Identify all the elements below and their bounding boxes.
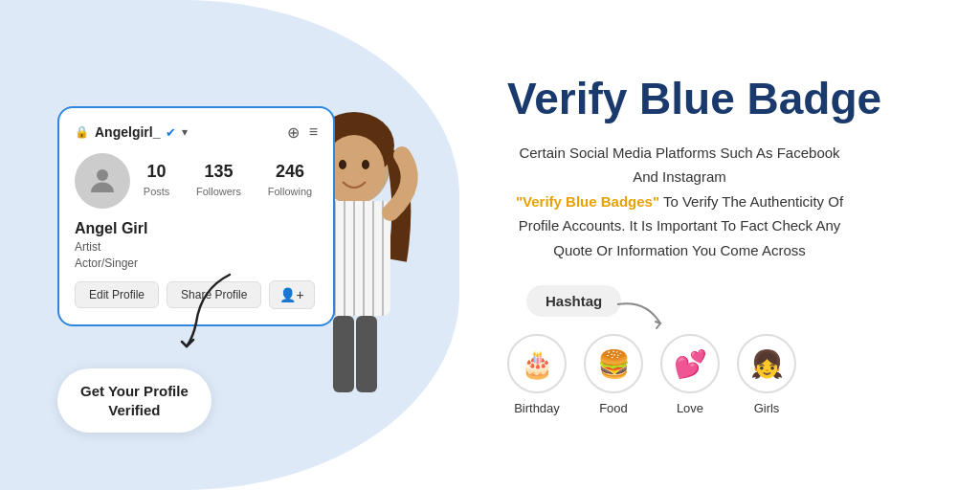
- love-circle: 💕: [660, 334, 720, 393]
- food-label: Food: [599, 401, 628, 415]
- hashtag-arrow: [612, 295, 670, 343]
- page-title: Verify Blue Badge: [507, 75, 932, 123]
- food-emoji: 🍔: [597, 348, 631, 380]
- posts-label: Posts: [144, 186, 170, 197]
- birthday-circle: 🎂: [507, 334, 567, 393]
- desc-part1: Certain Social Media Platforms Such As F…: [519, 145, 839, 186]
- categories-row: 🎂 Birthday 🍔 Food 💕 Love 👧 Gi: [507, 334, 932, 415]
- left-panel: 🔒 Angelgirl_ ✔ ▾ ⊕ ≡ 10 Posts: [0, 0, 459, 490]
- description-text: Certain Social Media Platforms Such As F…: [507, 141, 852, 263]
- avatar-icon: [85, 164, 120, 198]
- get-verified-text: Get Your ProfileVerified: [80, 383, 189, 418]
- love-label: Love: [677, 401, 703, 415]
- profile-role: Artist Actor/Singer: [75, 239, 318, 272]
- profile-name: Angel Girl: [75, 220, 318, 237]
- girls-circle: 👧: [737, 334, 796, 393]
- arrow-decoration: [172, 270, 249, 356]
- followers-label: Followers: [196, 186, 241, 197]
- following-count: 246: [268, 162, 312, 182]
- role-actor: Actor/Singer: [75, 256, 138, 270]
- posts-count: 10: [144, 162, 170, 182]
- girls-label: Girls: [754, 401, 780, 415]
- svg-point-0: [97, 169, 108, 181]
- following-label: Following: [268, 186, 312, 197]
- add-post-icon[interactable]: ⊕: [287, 123, 300, 142]
- hashtag-section: Hashtag 🎂 Birthday 🍔 Food: [507, 285, 932, 415]
- posts-stat: 10 Posts: [144, 162, 170, 199]
- following-stat: 246 Following: [268, 162, 312, 199]
- birthday-emoji: 🎂: [521, 348, 554, 380]
- desc-highlight: "Verify Blue Badges": [516, 193, 659, 210]
- svg-point-4: [339, 160, 346, 169]
- menu-icon[interactable]: ≡: [309, 123, 318, 142]
- birthday-label: Birthday: [514, 401, 560, 415]
- chevron-down-icon: ▾: [182, 125, 188, 139]
- followers-count: 135: [196, 162, 241, 182]
- lock-icon: 🔒: [75, 125, 89, 139]
- card-header-left: 🔒 Angelgirl_ ✔ ▾: [75, 124, 188, 140]
- girls-emoji: 👧: [750, 348, 784, 380]
- add-user-button[interactable]: 👤+: [269, 280, 314, 309]
- card-header-right: ⊕ ≡: [287, 123, 318, 142]
- svg-rect-17: [356, 316, 377, 392]
- verified-badge-icon: ✔: [166, 125, 176, 140]
- category-girls: 👧 Girls: [737, 334, 796, 415]
- avatar: [75, 153, 130, 209]
- card-header: 🔒 Angelgirl_ ✔ ▾ ⊕ ≡: [75, 123, 318, 142]
- card-stats: 10 Posts 135 Followers 246 Following: [75, 153, 318, 209]
- category-love: 💕 Love: [660, 334, 720, 415]
- edit-profile-button[interactable]: Edit Profile: [75, 281, 159, 308]
- svg-rect-16: [333, 316, 354, 392]
- right-panel: Verify Blue Badge Certain Social Media P…: [459, 0, 980, 490]
- love-emoji: 💕: [674, 348, 707, 380]
- role-artist: Artist: [75, 240, 100, 254]
- username: Angelgirl_: [95, 124, 160, 140]
- hashtag-bubble: Hashtag: [526, 285, 621, 317]
- food-circle: 🍔: [584, 334, 643, 393]
- category-birthday: 🎂 Birthday: [507, 334, 567, 415]
- followers-stat: 135 Followers: [196, 162, 241, 199]
- get-verified-bubble: Get Your ProfileVerified: [57, 368, 212, 433]
- hashtag-label: Hashtag: [546, 293, 602, 309]
- svg-point-5: [362, 160, 369, 169]
- category-food: 🍔 Food: [584, 334, 643, 415]
- stats-row: 10 Posts 135 Followers 246 Following: [138, 162, 318, 199]
